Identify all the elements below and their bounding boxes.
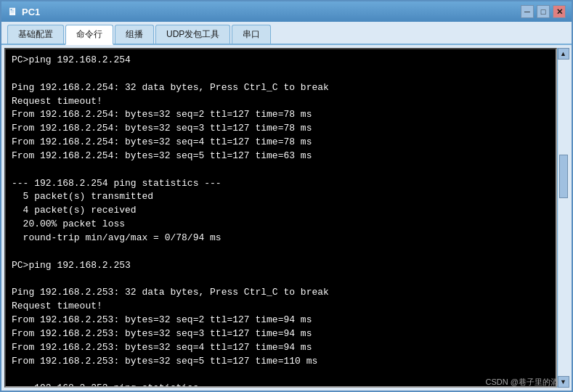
- scroll-up-button[interactable]: ▲: [558, 48, 569, 60]
- tab-multicast[interactable]: 组播: [115, 25, 154, 44]
- terminal-output: PC>ping 192.168.2.254 Ping 192.168.2.254…: [12, 54, 550, 386]
- terminal-wrapper: PC>ping 192.168.2.254 Ping 192.168.2.254…: [4, 48, 557, 388]
- scrollbar[interactable]: ▲ ▼: [557, 48, 569, 388]
- maximize-button[interactable]: □: [537, 5, 550, 18]
- tab-basic-config[interactable]: 基础配置: [7, 25, 64, 44]
- tab-command-line[interactable]: 命令行: [65, 25, 113, 45]
- close-button[interactable]: ✕: [553, 5, 566, 18]
- main-window: 🖥 PC1 ─ □ ✕ 基础配置 命令行 组播 UDP发包工具 串口 PC>pi…: [0, 0, 573, 392]
- title-bar: 🖥 PC1 ─ □ ✕: [1, 1, 572, 22]
- tab-serial[interactable]: 串口: [232, 25, 271, 44]
- scroll-track[interactable]: [558, 60, 569, 376]
- tab-udp-tool[interactable]: UDP发包工具: [155, 25, 230, 44]
- scroll-down-button[interactable]: ▼: [558, 376, 569, 388]
- tab-bar: 基础配置 命令行 组播 UDP发包工具 串口: [1, 22, 572, 45]
- content-area: PC>ping 192.168.2.254 Ping 192.168.2.254…: [1, 45, 572, 391]
- scroll-thumb[interactable]: [559, 155, 568, 198]
- terminal[interactable]: PC>ping 192.168.2.254 Ping 192.168.2.254…: [6, 49, 556, 386]
- minimize-button[interactable]: ─: [521, 5, 534, 18]
- window-title: PC1: [22, 7, 521, 17]
- window-icon: 🖥: [7, 6, 17, 17]
- window-controls: ─ □ ✕: [521, 5, 566, 18]
